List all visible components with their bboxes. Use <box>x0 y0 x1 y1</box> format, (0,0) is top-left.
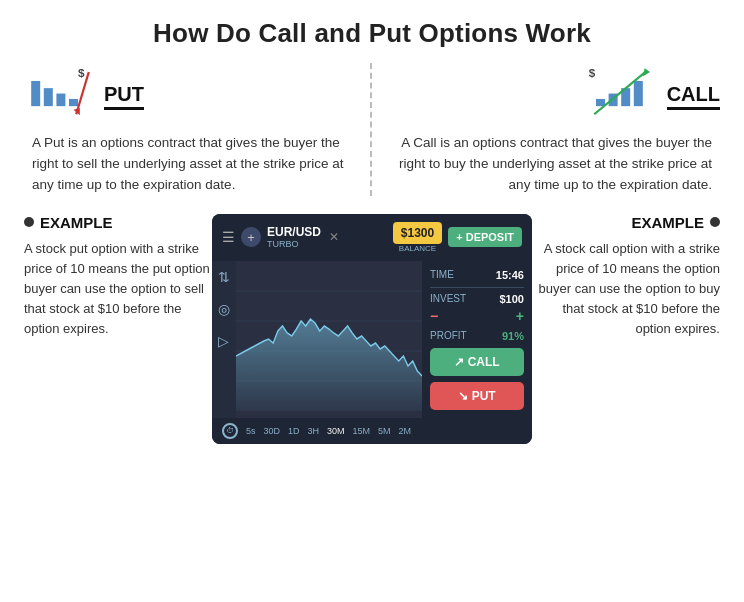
invest-plus-button[interactable]: + <box>516 308 524 324</box>
svg-rect-2 <box>56 94 65 107</box>
timeframe-5m[interactable]: 5M <box>378 426 391 436</box>
put-example-dot <box>24 217 34 227</box>
call-label-box: CALL <box>667 83 720 106</box>
profit-value: 91% <box>502 330 524 342</box>
menu-icon[interactable]: ☰ <box>222 229 235 245</box>
timeframe-1d[interactable]: 1D <box>288 426 300 436</box>
deposit-button[interactable]: + DEPOSIT <box>448 227 522 247</box>
time-label: TIME <box>430 269 454 280</box>
add-button[interactable]: + <box>241 227 261 247</box>
svg-rect-3 <box>69 99 78 106</box>
timeframe-30d[interactable]: 30D <box>264 426 281 436</box>
put-button[interactable]: ↘ PUT <box>430 382 524 410</box>
timeframe-5s[interactable]: 5s <box>246 426 256 436</box>
put-example-text: A stock put option with a strike price o… <box>24 239 212 340</box>
profit-row: PROFIT 91% <box>430 330 524 342</box>
search-icon[interactable]: ◎ <box>218 301 230 317</box>
timeframe-3h[interactable]: 3H <box>308 426 320 436</box>
invest-label: INVEST <box>430 293 466 304</box>
chart-area <box>236 261 422 411</box>
page-title: How Do Call and Put Options Work <box>24 18 720 49</box>
arrows-icon[interactable]: ⇅ <box>218 269 230 285</box>
bottom-row: EXAMPLE A stock put option with a strike… <box>24 214 720 444</box>
svg-rect-1 <box>44 88 53 106</box>
timeframe-2m[interactable]: 2M <box>399 426 412 436</box>
call-section: CALL $ A Call is an options contract tha… <box>372 63 720 196</box>
close-icon[interactable]: ✕ <box>329 230 339 244</box>
svg-text:$: $ <box>588 66 595 79</box>
put-section: $ PUT A Put is an options contract that … <box>24 63 372 196</box>
put-label-box: PUT <box>104 83 144 106</box>
call-description: A Call is an options contract that gives… <box>388 133 720 196</box>
clock-icon: ⏱ <box>226 426 234 435</box>
balance-display: $1300 <box>393 222 442 244</box>
timeframe-15m[interactable]: 15M <box>353 426 371 436</box>
call-label: CALL <box>667 83 720 110</box>
call-button[interactable]: ↗ CALL <box>430 348 524 376</box>
put-example-label: EXAMPLE <box>40 214 113 231</box>
pair-subtype: TURBO <box>267 239 321 249</box>
widget-body: ⇅ ◎ ▷ <box>212 261 532 418</box>
invest-row: INVEST $100 <box>430 293 524 305</box>
timer-icon: ⏱ <box>222 423 238 439</box>
pair-info: EUR/USD TURBO <box>267 225 321 249</box>
invest-value: $100 <box>500 293 524 305</box>
put-description: A Put is an options contract that gives … <box>24 133 354 196</box>
trading-widget-area: ☰ + EUR/USD TURBO ✕ $1300 BALANCE + DEPO… <box>212 214 532 444</box>
widget-topbar: ☰ + EUR/USD TURBO ✕ $1300 BALANCE + DEPO… <box>212 214 532 261</box>
invest-minus-button[interactable]: − <box>430 308 438 324</box>
call-example: EXAMPLE A stock call option with a strik… <box>532 214 720 340</box>
timebar: ⏱ 5s 30D 1D 3H 30M 15M 5M 2M <box>212 418 532 444</box>
svg-marker-13 <box>642 68 649 76</box>
timeframe-30m[interactable]: 30M <box>327 426 345 436</box>
put-example: EXAMPLE A stock put option with a strike… <box>24 214 212 340</box>
left-toolbar: ⇅ ◎ ▷ <box>212 261 236 418</box>
top-row: $ PUT A Put is an options contract that … <box>24 63 720 196</box>
time-row: TIME 15:46 <box>430 269 524 281</box>
currency-pair: EUR/USD <box>267 225 321 239</box>
call-chart-icon: $ <box>587 63 659 125</box>
time-value: 15:46 <box>496 269 524 281</box>
page-container: How Do Call and Put Options Work $ <box>0 0 744 602</box>
put-chart-icon: $ <box>24 63 96 125</box>
put-label-row: $ PUT <box>24 63 144 125</box>
trading-widget: ☰ + EUR/USD TURBO ✕ $1300 BALANCE + DEPO… <box>212 214 532 444</box>
svg-rect-0 <box>31 81 40 106</box>
put-label: PUT <box>104 83 144 110</box>
put-example-label-row: EXAMPLE <box>24 214 113 231</box>
play-icon[interactable]: ▷ <box>218 333 229 349</box>
profit-label: PROFIT <box>430 330 467 342</box>
call-example-label: EXAMPLE <box>631 214 704 231</box>
svg-text:$: $ <box>78 66 85 79</box>
call-example-text: A stock call option with a strike price … <box>532 239 720 340</box>
price-chart <box>236 261 422 411</box>
call-example-dot <box>710 217 720 227</box>
svg-rect-11 <box>633 81 642 106</box>
call-label-row: CALL $ <box>587 63 720 125</box>
right-panel: TIME 15:46 INVEST $100 − + <box>422 261 532 418</box>
call-example-label-row: EXAMPLE <box>631 214 720 231</box>
balance-label: BALANCE <box>399 244 436 253</box>
invest-section: INVEST $100 − + <box>430 287 524 324</box>
